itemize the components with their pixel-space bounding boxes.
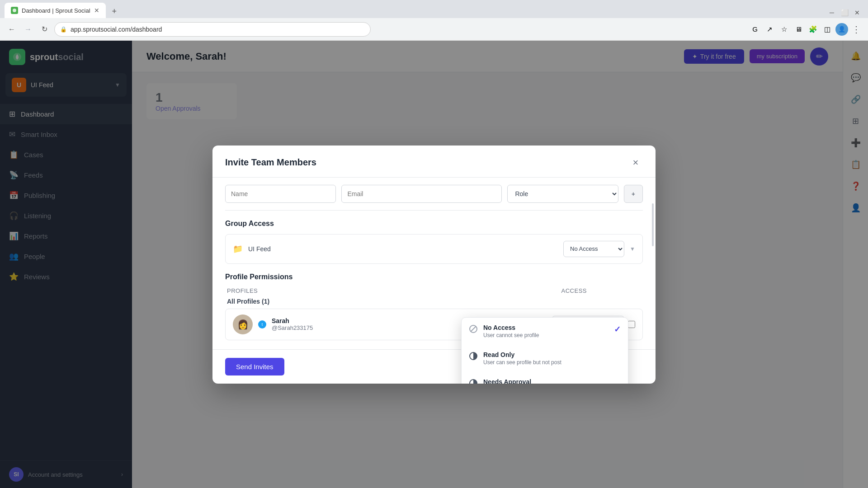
forward-button[interactable]: →	[22, 23, 34, 36]
modal-close-button[interactable]: ×	[628, 155, 643, 170]
no-access-option-icon	[469, 324, 478, 333]
needs-approval-content: Needs Approval Users can see profile, ne…	[483, 378, 621, 384]
folder-icon: 📁	[233, 244, 243, 254]
needs-approval-icon	[469, 379, 478, 384]
bookmark-icon[interactable]: ☆	[778, 23, 790, 36]
option-needs-approval[interactable]: Needs Approval Users can see profile, ne…	[462, 372, 628, 384]
group-access-section: Group Access 📁 UI Feed No Access Read On…	[225, 220, 643, 264]
profile-avatar: 👩	[233, 314, 253, 334]
email-input[interactable]	[341, 185, 502, 203]
all-profiles-header: All Profiles (1)	[225, 298, 643, 305]
new-tab-button[interactable]: +	[108, 5, 121, 18]
no-access-desc: User cannot see profile	[483, 332, 609, 338]
twitter-badge: t	[258, 320, 266, 328]
share-icon[interactable]: ↗	[763, 23, 776, 36]
no-access-content: No Access User cannot see profile	[483, 324, 609, 338]
invite-team-modal: Invite Team Members × Role + Group Acces…	[212, 145, 656, 384]
group-access-select[interactable]: No Access Read Only Needs Approval Can R…	[563, 241, 624, 257]
profiles-label: Profiles	[227, 287, 258, 294]
read-only-desc: User can see profile but not post	[483, 359, 621, 366]
group-access-control: No Access Read Only Needs Approval Can R…	[563, 241, 635, 257]
tab-close-btn[interactable]: ✕	[94, 7, 99, 14]
window-maximize[interactable]: ⬜	[839, 7, 850, 18]
modal-header: Invite Team Members ×	[212, 145, 656, 178]
google-icon[interactable]: G	[749, 23, 761, 36]
read-only-label: Read Only	[483, 351, 621, 358]
no-access-label: No Access	[483, 324, 609, 331]
window-minimize[interactable]: ─	[826, 7, 837, 18]
active-tab[interactable]: Dashboard | Sprout Social ✕	[5, 3, 106, 18]
profile-handle: @Sarah233175	[272, 324, 313, 331]
scroll-indicator	[652, 203, 654, 246]
lock-icon: 🔒	[60, 26, 67, 33]
menu-icon[interactable]: ⋮	[850, 23, 863, 36]
refresh-button[interactable]: ↻	[38, 23, 51, 36]
profile-checkbox[interactable]	[628, 321, 635, 328]
profiles-column-header: Profiles Access	[225, 287, 643, 294]
cast-icon[interactable]: 🖥	[792, 23, 805, 36]
tab-favicon	[11, 7, 18, 14]
group-access-row: 📁 UI Feed No Access Read Only Needs Appr…	[225, 234, 643, 264]
browser-tabs-bar: Dashboard | Sprout Social ✕ + ─ ⬜ ✕	[0, 0, 868, 18]
sidebar-icon[interactable]: ◫	[821, 23, 834, 36]
profile-icon[interactable]: 👤	[835, 23, 848, 36]
group-access-title: Group Access	[225, 220, 643, 228]
app-container: sproutsocial U UI Feed ▼ ⊞ Dashboard ✉ S…	[0, 41, 868, 488]
option-read-only[interactable]: Read Only User can see profile but not p…	[462, 345, 628, 372]
read-only-icon	[469, 352, 478, 361]
access-options-popup: No Access User cannot see profile ✓ Read…	[461, 317, 628, 384]
svg-line-5	[471, 326, 476, 332]
address-bar[interactable]: 🔒 app.sproutsocial.com/dashboard	[54, 22, 371, 37]
name-input[interactable]	[225, 185, 336, 203]
toolbar-right-icons: G ↗ ☆ 🖥 🧩 ◫ 👤 ⋮	[749, 23, 863, 36]
tab-title: Dashboard | Sprout Social	[22, 7, 90, 14]
svg-point-0	[13, 9, 16, 12]
group-name: UI Feed	[248, 245, 563, 253]
read-only-content: Read Only User can see profile but not p…	[483, 351, 621, 366]
extensions-icon[interactable]: 🧩	[807, 23, 819, 36]
dropdown-arrow: ▼	[630, 246, 635, 252]
profile-permissions-title: Profile Permissions	[225, 273, 643, 281]
profile-display-name: Sarah	[272, 317, 313, 324]
needs-approval-label: Needs Approval	[483, 378, 621, 384]
invite-inputs-row: Role +	[225, 178, 643, 211]
browser-chrome: Dashboard | Sprout Social ✕ + ─ ⬜ ✕ ← → …	[0, 0, 868, 41]
modal-title: Invite Team Members	[225, 157, 316, 168]
profile-info: Sarah @Sarah233175	[272, 317, 313, 331]
modal-overlay[interactable]: Invite Team Members × Role + Group Acces…	[0, 41, 868, 488]
back-button[interactable]: ←	[5, 23, 18, 36]
browser-toolbar: ← → ↻ 🔒 app.sproutsocial.com/dashboard G…	[0, 18, 868, 41]
url-text: app.sproutsocial.com/dashboard	[71, 26, 162, 33]
send-invites-button[interactable]: Send Invites	[225, 358, 284, 375]
window-close[interactable]: ✕	[852, 7, 863, 18]
role-select[interactable]: Role	[507, 185, 618, 203]
access-column-label: Access	[561, 287, 587, 294]
option-no-access[interactable]: No Access User cannot see profile ✓	[462, 318, 628, 345]
add-more-button[interactable]: +	[624, 185, 643, 203]
all-profiles-label: All Profiles (1)	[227, 298, 269, 305]
no-access-check: ✓	[614, 324, 621, 334]
